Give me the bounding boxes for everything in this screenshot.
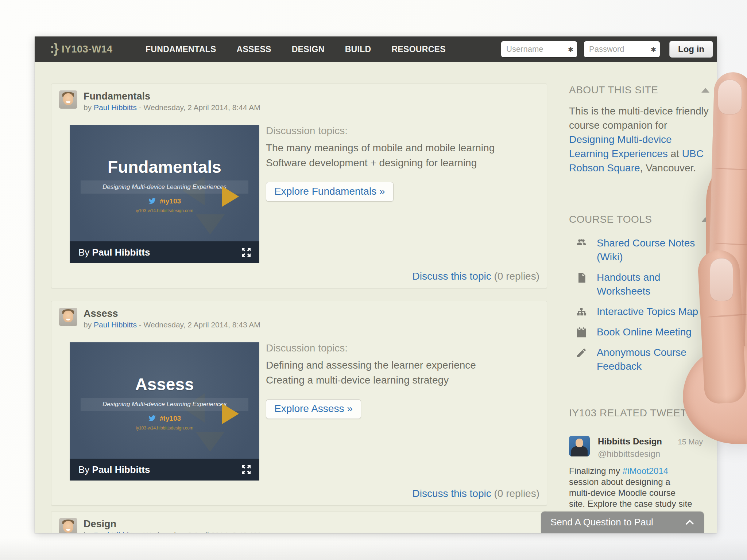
discussion-topics: Discussion topics: Defining and assessin… [266, 342, 543, 419]
tweet-author-name[interactable]: Hibbitts Design [598, 436, 662, 447]
middle-finger [727, 86, 747, 365]
tweet-date: 15 May [678, 438, 703, 446]
video-credit: By Paul Hibbitts [78, 464, 150, 475]
avatar[interactable] [59, 90, 77, 109]
video-thumbnail[interactable]: Assess Designing Multi-device Learning E… [70, 342, 259, 481]
collapse-arrow-icon[interactable] [701, 217, 709, 222]
topics-map-link[interactable]: Interactive Topics Map [597, 305, 706, 319]
fullscreen-icon[interactable] [240, 464, 252, 475]
topics-label: Discussion topics: [266, 342, 543, 354]
topic-line: The many meanings of mobile and mobile l… [266, 140, 543, 155]
card-title: Design [84, 518, 260, 530]
page: :} IY103-W14 FUNDAMENTALS ASSESS DESIGN … [0, 0, 747, 560]
calendar-icon [576, 327, 589, 339]
topic-line: Creating a multi-device learning strateg… [266, 373, 543, 388]
site-logo[interactable]: :} IY103-W14 [50, 36, 113, 62]
sitemap-icon [576, 306, 589, 319]
finger-crease [713, 167, 747, 170]
explore-fundamentals-button[interactable]: Explore Fundamentals » [266, 182, 394, 202]
video-url: iy103-w14.hibbittsdesign.com [70, 208, 259, 213]
login-button[interactable]: Log in [669, 41, 713, 58]
password-input[interactable] [584, 41, 660, 57]
book-meeting-link[interactable]: Book Online Meeting [597, 325, 706, 339]
discuss-row: Discuss this topic (0 replies) [412, 488, 539, 499]
username-field-wrap: ✱ [501, 41, 577, 58]
about-text: This is the multi-device friendly course… [569, 104, 709, 175]
topic-line: Defining and assessing the learner exper… [266, 358, 543, 373]
collapse-arrow-icon[interactable] [701, 88, 709, 93]
collapse-arrow-icon[interactable] [701, 411, 709, 416]
fullscreen-icon[interactable] [240, 246, 252, 258]
topic-line: Software development + designing for lea… [266, 155, 543, 170]
byline: by Paul Hibbitts - Wednesday, 2 April 20… [84, 531, 260, 533]
tweet-handle[interactable]: @hibbittsdesign [598, 449, 709, 459]
middle-fingernail [740, 93, 747, 120]
browser-screenshot: :} IY103-W14 FUNDAMENTALS ASSESS DESIGN … [35, 36, 717, 533]
card-title: Fundamentals [84, 90, 260, 102]
navbar: :} IY103-W14 FUNDAMENTALS ASSESS DESIGN … [35, 36, 717, 62]
discuss-row: Discuss this topic (0 replies) [412, 271, 539, 282]
video-hashtag: #iy103 [160, 415, 181, 423]
explore-assess-button[interactable]: Explore Assess » [266, 399, 361, 419]
nav-item-fundamentals[interactable]: FUNDAMENTALS [146, 44, 216, 54]
send-question-bar[interactable]: Send A Question to Paul [541, 512, 704, 533]
video-subtitle: Designing Multi-device Learning Experien… [102, 401, 227, 408]
tools-heading: COURSE TOOLS [569, 214, 652, 225]
finger-crease [715, 242, 747, 245]
nav-item-build[interactable]: BUILD [345, 44, 371, 54]
byline: by Paul Hibbitts - Wednesday, 2 April 20… [84, 320, 260, 329]
nav-item-assess[interactable]: ASSESS [237, 44, 271, 54]
card-title: Assess [84, 308, 260, 319]
twitter-icon [148, 415, 156, 422]
author-link[interactable]: Paul Hibbitts [94, 103, 137, 112]
card-header: Fundamentals by Paul Hibbitts - Wednesda… [59, 90, 260, 112]
avatar[interactable] [59, 308, 77, 326]
author-link[interactable]: Paul Hibbitts [94, 320, 137, 329]
handouts-link[interactable]: Handouts and Worksheets [597, 271, 706, 298]
nav-item-resources[interactable]: RESOURCES [391, 44, 445, 54]
topic-card-design: Design by Paul Hibbitts - Wednesday, 2 A… [51, 511, 547, 533]
tools-section-header: COURSE TOOLS [569, 214, 709, 225]
tool-item-topics-map: Interactive Topics Map [576, 305, 707, 319]
video-title: Fundamentals [70, 157, 259, 177]
video-thumbnail[interactable]: Fundamentals Designing Multi-device Lear… [70, 125, 259, 263]
play-icon[interactable] [222, 186, 239, 207]
shared-course-notes-link[interactable]: Shared Course Notes (Wiki) [597, 236, 706, 264]
video-url: iy103-w14.hibbittsdesign.com [70, 425, 259, 431]
video-credit: By Paul Hibbitts [78, 247, 150, 258]
anonymous-feedback-link[interactable]: Anonymous Course Feedback [597, 346, 706, 373]
send-question-label: Send A Question to Paul [550, 517, 653, 528]
twitter-icon [148, 198, 156, 205]
about-section-header: ABOUT THIS SITE [569, 84, 709, 96]
video-bottom-bar: By Paul Hibbitts [70, 459, 259, 481]
video-title: Assess [70, 374, 259, 394]
video-slide: Fundamentals Designing Multi-device Lear… [70, 125, 259, 241]
byline: by Paul Hibbitts - Wednesday, 2 April 20… [84, 103, 260, 112]
replies-count: (0 replies) [491, 271, 539, 282]
tweet-avatar[interactable] [569, 436, 590, 456]
course-link[interactable]: Designing Multi-device Learning Experien… [569, 134, 672, 159]
video-subtitle: Designing Multi-device Learning Experien… [102, 183, 227, 191]
discuss-topic-link[interactable]: Discuss this topic [412, 271, 491, 282]
logo-brace-icon: :} [50, 41, 58, 56]
card-header: Assess by Paul Hibbitts - Wednesday, 2 A… [59, 308, 260, 329]
pencil-icon [576, 347, 589, 359]
discussion-topics: Discussion topics: The many meanings of … [266, 125, 543, 202]
discuss-topic-link[interactable]: Discuss this topic [412, 488, 491, 499]
tool-item-handouts: Handouts and Worksheets [576, 271, 707, 298]
logo-text: IY103-W14 [62, 44, 113, 55]
tweet-hashtag-link[interactable]: #iMoot2014 [623, 466, 668, 476]
users-icon [576, 238, 589, 250]
author-link[interactable]: Paul Hibbitts [94, 531, 137, 533]
play-icon[interactable] [222, 404, 239, 424]
required-asterisk-icon: ✱ [651, 46, 656, 54]
tweets-section-header: IY103 RELATED TWEETS [569, 407, 709, 419]
about-heading: ABOUT THIS SITE [569, 84, 658, 96]
topic-card-assess: Assess by Paul Hibbitts - Wednesday, 2 A… [51, 301, 547, 506]
nav-item-design[interactable]: DESIGN [292, 44, 325, 54]
topics-label: Discussion topics: [266, 125, 543, 137]
video-hashtag: #iy103 [160, 197, 181, 205]
avatar[interactable] [59, 518, 77, 533]
username-input[interactable] [501, 41, 577, 57]
ghost-arrow-down-icon [196, 432, 225, 452]
